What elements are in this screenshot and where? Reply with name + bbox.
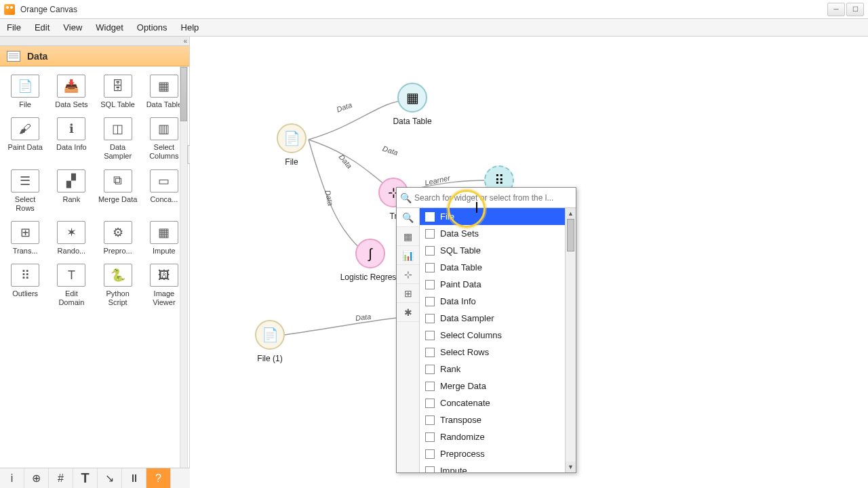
widget-label: Data Info — [56, 143, 87, 152]
widget-edit-domain[interactable]: TEdit Domain — [49, 261, 94, 310]
widget-search-input[interactable] — [414, 193, 576, 203]
node-file[interactable]: 📄 File — [273, 119, 311, 157]
widget-rando-[interactable]: ✶Rando... — [49, 218, 94, 258]
popup-item-data-sampler[interactable]: Data Sampler — [420, 310, 576, 327]
menu-view[interactable]: View — [56, 19, 89, 36]
popup-scrollbar[interactable]: ▲ ▼ — [565, 208, 576, 472]
pause-tool-icon[interactable]: ⏸ — [122, 468, 146, 489]
popup-item-paint-data[interactable]: Paint Data — [420, 276, 576, 293]
menu-widget[interactable]: Widget — [89, 19, 130, 36]
item-icon — [425, 314, 435, 323]
minimize-button[interactable]: ─ — [827, 3, 845, 16]
workflow-canvas[interactable]: 📄 File ▦ Data Table ⊹ Tr ∫ Logistic Regr… — [190, 37, 868, 488]
item-label: Select Columns — [440, 330, 502, 340]
widget-icon: ▥ — [150, 117, 178, 140]
popup-cat-evaluate-icon[interactable]: ⊞ — [397, 284, 419, 303]
widget-search-popup: 🔍 🔍 ▦ 📊 ⊹ ⊞ ✱ FileData SetsSQL TableData… — [396, 187, 576, 473]
popup-item-data-table[interactable]: Data Table — [420, 259, 576, 276]
node-datatable-label: Data Table — [393, 117, 431, 126]
item-label: Rank — [440, 364, 460, 374]
category-title[interactable]: Data — [0, 46, 189, 66]
widget-merge-data[interactable]: ⧉Merge Data — [96, 167, 140, 216]
widget-icon: ☰ — [11, 169, 39, 192]
arrow-tool-icon[interactable]: ↘ — [98, 468, 122, 489]
popup-cat-search-icon[interactable]: 🔍 — [397, 208, 419, 227]
widget-paint-data[interactable]: 🖌Paint Data — [3, 115, 47, 163]
menu-file[interactable]: File — [0, 19, 28, 36]
widget-label: Select Rows — [5, 195, 45, 213]
popup-item-preprocess[interactable]: Preprocess — [420, 445, 576, 462]
popup-cat-data-icon[interactable]: ▦ — [397, 227, 419, 246]
widget-icon: ▭ — [150, 169, 178, 192]
popup-item-select-rows[interactable]: Select Rows — [420, 344, 576, 361]
widget-rank[interactable]: ▞Rank — [49, 167, 94, 216]
widget-icon: ◫ — [104, 117, 132, 140]
widget-file[interactable]: 📄File — [3, 72, 47, 112]
edge-label: Data — [382, 144, 399, 157]
edge-label: Learner — [424, 174, 451, 187]
popup-item-file[interactable]: File — [420, 208, 576, 225]
popup-cat-visualize-icon[interactable]: 📊 — [397, 246, 419, 265]
widget-icon: ⠿ — [11, 264, 39, 287]
item-label: Data Sampler — [440, 313, 494, 323]
sidebar-scrollbar[interactable] — [180, 66, 188, 487]
popup-item-merge-data[interactable]: Merge Data — [420, 378, 576, 394]
panel-header: « — [0, 37, 189, 46]
text-tool-icon[interactable]: T — [73, 468, 98, 489]
widget-label: Data Sampler — [98, 143, 138, 161]
widget-outliers[interactable]: ⠿Outliers — [3, 261, 47, 310]
widget-data-sets[interactable]: 📥Data Sets — [49, 72, 94, 112]
item-label: Merge Data — [440, 381, 486, 391]
widget-select-rows[interactable]: ☰Select Rows — [3, 167, 47, 216]
widget-data-sampler[interactable]: ◫Data Sampler — [96, 115, 140, 163]
node-logistic[interactable]: ∫ Logistic Regress — [351, 235, 389, 272]
popup-cat-unsupervised-icon[interactable]: ✱ — [397, 303, 419, 322]
widget-label: Merge Data — [98, 195, 137, 204]
menu-options[interactable]: Options — [130, 19, 174, 36]
menu-help[interactable]: Help — [174, 19, 206, 36]
widget-label: Impute — [153, 247, 176, 256]
widget-icon: ✶ — [57, 221, 85, 244]
item-label: Transpose — [440, 415, 481, 425]
node-file1[interactable]: 📄 File (1) — [251, 316, 289, 354]
popup-item-data-sets[interactable]: Data Sets — [420, 225, 576, 242]
item-icon — [425, 280, 435, 289]
popup-cat-model-icon[interactable]: ⊹ — [397, 265, 419, 284]
item-label: Paint Data — [440, 279, 481, 289]
menu-edit[interactable]: Edit — [28, 19, 56, 36]
popup-item-rank[interactable]: Rank — [420, 361, 576, 378]
widget-trans-[interactable]: ⊞Trans... — [3, 218, 47, 258]
widget-data-info[interactable]: ℹData Info — [49, 115, 94, 163]
search-icon: 🔍 — [397, 192, 414, 203]
info-tool-icon[interactable]: i — [0, 468, 24, 489]
widget-icon: ℹ — [57, 117, 85, 140]
help-tool-icon[interactable]: ? — [146, 468, 171, 489]
widget-python-script[interactable]: 🐍Python Script — [96, 261, 140, 310]
widget-icon: ▦ — [150, 75, 178, 98]
popup-item-select-columns[interactable]: Select Columns — [420, 327, 576, 344]
item-icon — [425, 365, 435, 374]
zoomfit-tool-icon[interactable]: ⊕ — [24, 468, 49, 489]
popup-item-randomize[interactable]: Randomize — [420, 428, 576, 445]
popup-item-transpose[interactable]: Transpose — [420, 411, 576, 428]
scroll-down-icon[interactable]: ▼ — [566, 462, 576, 472]
popup-item-concatenate[interactable]: Concatenate — [420, 394, 576, 411]
widget-label: Paint Data — [7, 143, 42, 152]
maximize-button[interactable]: ☐ — [846, 3, 864, 16]
node-datatable[interactable]: ▦ Data Table — [393, 79, 431, 117]
item-label: Data Table — [440, 262, 482, 272]
item-icon — [425, 229, 435, 239]
titlebar: Orange Canvas ─ ☐ — [0, 0, 868, 19]
scroll-up-icon[interactable]: ▲ — [566, 208, 576, 219]
item-icon — [425, 432, 435, 442]
popup-item-impute[interactable]: Impute — [420, 462, 576, 472]
popup-item-sql-table[interactable]: SQL Table — [420, 242, 576, 259]
bottom-toolbar: i ⊕ # T ↘ ⏸ ? — [0, 468, 190, 488]
widget-prepro-[interactable]: ⚙Prepro... — [96, 218, 140, 258]
widget-sql-table[interactable]: 🗄SQL Table — [96, 72, 140, 112]
grid-tool-icon[interactable]: # — [49, 468, 73, 489]
popup-item-data-info[interactable]: Data Info — [420, 293, 576, 310]
widget-icon: 📥 — [57, 75, 85, 98]
item-icon — [425, 382, 435, 391]
collapse-icon[interactable]: « — [183, 37, 187, 45]
